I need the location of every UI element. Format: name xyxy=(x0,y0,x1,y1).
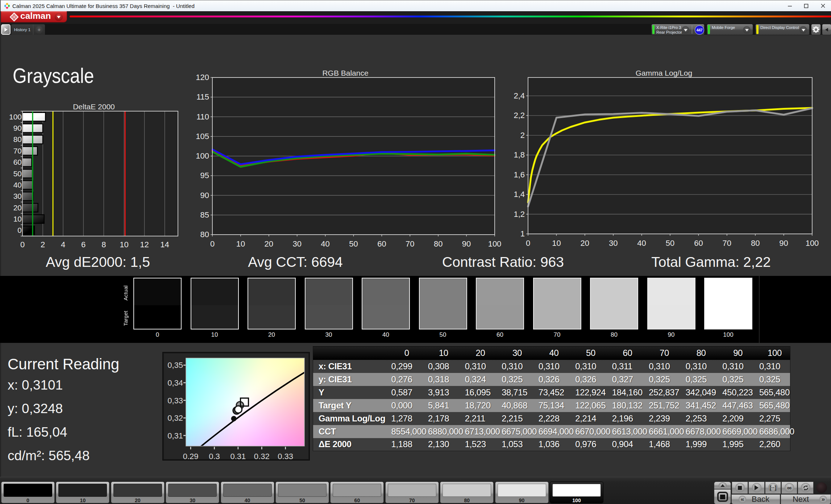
strip-swatch-actual xyxy=(362,278,409,305)
window-title: Calman 2025 Calman Ultimate for Business… xyxy=(12,3,195,9)
source-selector[interactable]: Mobile Forge xyxy=(707,24,753,35)
table-col-50: 50 xyxy=(569,346,606,360)
svg-text:80: 80 xyxy=(434,239,442,248)
strip-swatch-80 xyxy=(590,278,638,329)
strip-target-label: Target xyxy=(122,306,130,330)
close-button[interactable] xyxy=(815,0,831,11)
strip-swatch-target xyxy=(248,305,295,329)
display-control-selector[interactable]: Direct Display Control xyxy=(755,24,810,35)
table-row-5: Gamma Log/Log1,2782,1782,2112,2152,2282,… xyxy=(313,412,790,425)
svg-text:90: 90 xyxy=(462,239,471,248)
svg-text:10: 10 xyxy=(552,239,561,248)
next-button[interactable]: Next » xyxy=(781,494,831,504)
svg-text:100: 100 xyxy=(488,239,502,248)
strip-swatch-90 xyxy=(647,278,695,329)
svg-text:120: 120 xyxy=(196,73,209,82)
pattern-button-20[interactable]: 20 xyxy=(111,482,165,503)
settings-button[interactable] xyxy=(811,24,821,35)
pattern-button-80[interactable]: 80 xyxy=(440,482,494,503)
svg-text:0,35: 0,35 xyxy=(167,361,183,370)
strip-swatch-target xyxy=(362,305,409,329)
calman-menu-dropdown-icon[interactable] xyxy=(55,13,63,21)
svg-text:2,2: 2,2 xyxy=(514,111,525,120)
strip-swatch-70 xyxy=(533,278,581,329)
pattern-button-90[interactable]: 90 xyxy=(495,482,549,503)
calman-menu-button[interactable]: calman xyxy=(1,11,67,22)
pattern-window-button[interactable] xyxy=(714,489,731,504)
pattern-label-20: 20 xyxy=(111,497,164,503)
pattern-label-0: 0 xyxy=(1,497,54,503)
pattern-button-100[interactable]: 100 xyxy=(550,482,603,503)
display-control-dropdown-icon[interactable] xyxy=(799,26,807,34)
pattern-button-50[interactable]: 50 xyxy=(275,482,329,503)
svg-text:0,33: 0,33 xyxy=(167,396,183,405)
meter-selector[interactable]: X-Rite i1Pro 3 Rear Projector 447 xyxy=(651,24,705,35)
strip-swatch-target xyxy=(306,305,352,329)
meter-dropdown-icon[interactable] xyxy=(682,26,689,34)
strip-swatch-100 xyxy=(704,278,752,329)
black-dot xyxy=(231,416,237,421)
display-control-label: Direct Display Control xyxy=(760,25,799,30)
pattern-label-50: 50 xyxy=(276,497,329,503)
rgb-chart-title: RGB Balance xyxy=(244,69,447,77)
grayscale-swatch-strip: Actual Target 0102030405060708090100 xyxy=(0,276,831,343)
refresh-button[interactable] xyxy=(798,482,814,494)
strip-swatch-40 xyxy=(362,278,410,329)
svg-text:20: 20 xyxy=(265,239,273,248)
svg-text:50: 50 xyxy=(349,239,358,248)
svg-text:0: 0 xyxy=(17,226,22,234)
summary-contrast-ratio: Contrast Ratio: 963 xyxy=(405,253,601,271)
infinity-icon: ∞ xyxy=(787,485,791,491)
svg-text:0,34: 0,34 xyxy=(167,378,183,387)
back-button[interactable]: « Back xyxy=(731,494,780,504)
svg-text:40: 40 xyxy=(637,239,646,248)
strip-swatch-target xyxy=(591,305,637,329)
source-status-accent xyxy=(708,25,710,34)
stop-button[interactable] xyxy=(732,482,748,494)
add-tab-button[interactable]: + xyxy=(33,24,45,35)
table-col-30: 30 xyxy=(496,346,533,360)
svg-text:85: 85 xyxy=(200,210,209,219)
pattern-button-60[interactable]: 60 xyxy=(330,482,384,503)
svg-text:70: 70 xyxy=(13,147,22,155)
pattern-button-30[interactable]: 30 xyxy=(166,482,219,503)
maximize-button[interactable] xyxy=(798,0,814,11)
measure-play-button[interactable] xyxy=(748,482,765,494)
panel-expand-button[interactable] xyxy=(714,482,731,489)
reading-line-2: fL: 165,04 xyxy=(8,425,67,440)
table-row-7: ΔE 20001,1882,1301,5231,0531,0360,9760,9… xyxy=(313,438,790,451)
tab-bar: History 1 + X-Rite i1Pro 3 Rear Projecto… xyxy=(1,24,831,35)
single-measure-icon: [··] xyxy=(770,485,777,490)
single-measure-button[interactable]: [··] xyxy=(765,482,781,494)
svg-text:1,4: 1,4 xyxy=(514,190,525,199)
meter-status-accent xyxy=(652,25,655,34)
pattern-button-70[interactable]: 70 xyxy=(385,482,439,503)
source-dropdown-icon[interactable] xyxy=(743,26,751,34)
page-title: Grayscale xyxy=(13,64,94,88)
session-play-button[interactable] xyxy=(1,24,11,35)
measurement-table: 0102030405060708090100 x: CIE310,2990,30… xyxy=(313,346,790,451)
svg-text:100: 100 xyxy=(196,151,209,160)
continuous-measure-button[interactable]: ∞ xyxy=(781,482,797,494)
strip-swatch-actual xyxy=(420,278,466,305)
reading-line-1: y: 0,3248 xyxy=(8,401,63,416)
strip-swatch-level-label: 0 xyxy=(133,331,182,339)
pattern-label-60: 60 xyxy=(331,497,383,503)
pattern-chip-80 xyxy=(442,484,491,497)
pattern-button-0[interactable]: 0 xyxy=(1,482,55,503)
tab-history-1[interactable]: History 1 xyxy=(11,24,33,35)
strip-swatch-30 xyxy=(305,278,353,329)
pattern-chip-90 xyxy=(498,484,546,497)
minimize-button[interactable] xyxy=(782,0,798,11)
pattern-button-40[interactable]: 40 xyxy=(221,482,274,503)
pattern-label-80: 80 xyxy=(440,497,493,503)
svg-text:0,31: 0,31 xyxy=(230,452,246,459)
svg-text:12: 12 xyxy=(140,240,149,249)
meter-badge[interactable]: 447 xyxy=(695,25,704,35)
collapse-panel-button[interactable] xyxy=(822,24,831,35)
chevrons-left-icon: « xyxy=(739,496,746,503)
play-icon xyxy=(755,485,761,490)
pattern-button-10[interactable]: 10 xyxy=(56,482,109,503)
reading-line-0: x: 0,3101 xyxy=(8,378,63,393)
svg-text:20: 20 xyxy=(13,203,22,212)
